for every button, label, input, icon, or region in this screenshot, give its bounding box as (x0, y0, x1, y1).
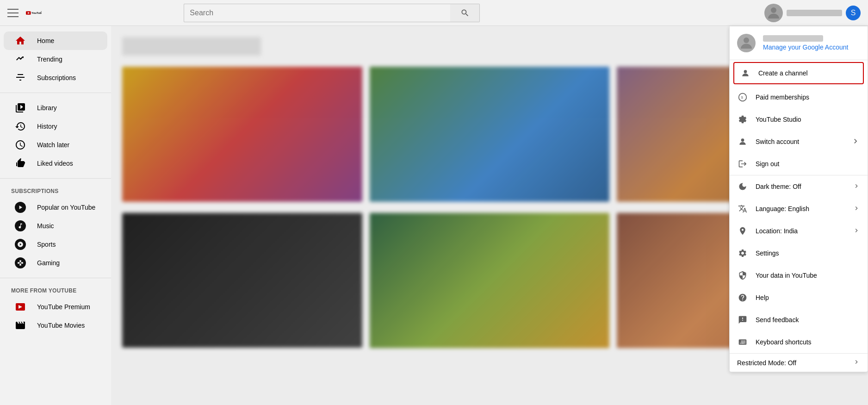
switch-account-chevron (851, 137, 860, 147)
youtube-studio-item[interactable]: YouTube Studio (730, 108, 868, 131)
settings-item[interactable]: Settings (730, 242, 868, 264)
location-label: Location: India (756, 227, 798, 235)
keyboard-shortcuts-icon (737, 336, 748, 348)
keyboard-shortcuts-label: Keyboard shortcuts (756, 338, 812, 346)
location-item[interactable]: Location: India (730, 220, 868, 242)
sign-out-label: Sign out (756, 160, 860, 168)
settings-icon (737, 248, 748, 259)
your-data-icon (737, 270, 748, 281)
svg-text:$: $ (741, 95, 744, 100)
restricted-mode-item[interactable]: Restricted Mode: Off (730, 353, 868, 363)
switch-account-label: Switch account (756, 138, 843, 145)
create-channel-icon (740, 68, 751, 79)
youtube-studio-icon (737, 114, 748, 125)
dropdown-user-info: Manage your Google Account (763, 35, 860, 51)
dropdown-header: Manage your Google Account (730, 26, 868, 60)
keyboard-shortcuts-item[interactable]: Keyboard shortcuts (730, 331, 868, 353)
paid-memberships-label: Paid memberships (756, 93, 860, 101)
send-feedback-icon (737, 314, 748, 325)
dropdown-username-blur (763, 35, 823, 42)
dark-theme-label: Dark theme: Off (756, 183, 801, 190)
dark-theme-item[interactable]: Dark theme: Off (730, 175, 868, 198)
help-icon (737, 292, 748, 303)
language-chevron (853, 205, 860, 213)
paid-memberships-icon: $ (737, 92, 748, 103)
language-label: Language: English (756, 205, 809, 212)
send-feedback-label: Send feedback (756, 316, 799, 324)
sign-out-icon (737, 158, 748, 169)
paid-memberships-item[interactable]: $ Paid memberships (730, 86, 868, 108)
language-icon (737, 203, 748, 214)
your-data-item[interactable]: Your data in YouTube (730, 264, 868, 287)
svg-point-11 (741, 138, 744, 142)
manage-account-link[interactable]: Manage your Google Account (763, 44, 848, 51)
svg-point-6 (744, 37, 749, 43)
svg-point-7 (744, 70, 747, 73)
location-chevron (853, 227, 860, 236)
settings-label: Settings (756, 249, 779, 257)
help-item[interactable]: Help (730, 287, 868, 309)
switch-account-icon (737, 136, 748, 147)
switch-account-item[interactable]: Switch account (730, 131, 868, 153)
sign-out-item[interactable]: Sign out (730, 153, 868, 175)
restricted-mode-label: Restricted Mode: Off (737, 359, 796, 363)
send-feedback-item[interactable]: Send feedback (730, 309, 868, 331)
dark-theme-icon (737, 181, 748, 192)
youtube-studio-label: YouTube Studio (756, 116, 860, 123)
restricted-mode-chevron (853, 358, 860, 363)
dropdown-divider-1 (730, 60, 868, 60)
language-item[interactable]: Language: English (730, 198, 868, 220)
location-icon (737, 225, 748, 237)
create-channel-label: Create a channel (758, 69, 857, 77)
account-dropdown: Manage your Google Account Create a chan… (729, 26, 868, 363)
dropdown-avatar (737, 34, 756, 52)
your-data-label: Your data in YouTube (756, 272, 817, 279)
help-label: Help (756, 294, 769, 301)
create-channel-item[interactable]: Create a channel (733, 62, 864, 84)
dark-theme-chevron (853, 182, 860, 191)
